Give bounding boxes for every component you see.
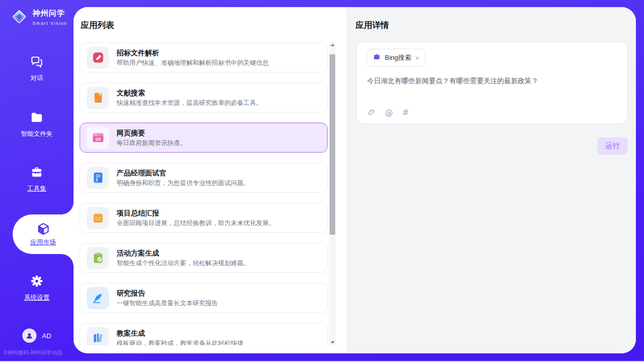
app-name: 研究报告 [117,289,218,297]
paperclip-icon[interactable] [367,108,376,117]
sidebar-item-smart-folders[interactable]: 智能文件夹 [0,111,74,138]
user-initials: AD [42,332,51,340]
app-list-title: 应用列表 [81,20,114,31]
quill-icon [87,287,109,309]
brand-subtitle: Smart Vision [32,21,67,26]
interview-icon [87,167,109,189]
user-row[interactable]: AD [0,329,74,343]
app-card-project-summary[interactable]: 项目总结汇报全面回顾项目进展，总结经验教训，助力未来优化发展。 [80,203,328,233]
app-description: 明确身份和职责，为您提供专业性的面试问题。 [117,180,250,187]
memo-icon [87,207,109,229]
brand-name: 神州问学 [32,9,65,17]
app-detail-panel: 应用详情 Bing搜索 × 今日湖北有哪些新闻要点？有哪些需要关注的最新政策？ … [346,7,636,353]
app-card-event-plan[interactable]: 活动方案生成智能生成个性化活动方案，轻松解决规划难题。 [80,243,328,273]
sidebar-item-chat[interactable]: 对话 [0,55,74,83]
sidebar-item-label: 对话 [0,74,74,83]
sidebar: 神州问学 Smart Vision 对话智能文件夹工具集应用市场系统设置 AD … [0,0,74,362]
at-icon[interactable]: @ [385,108,393,117]
app-description: 快速精准查找学术资源，提高研究效率的必备工具。 [117,100,263,106]
app-description: 全面回顾项目进展，总结经验教训，助力未来优化发展。 [117,220,275,227]
hash-icon[interactable]: # [402,108,409,117]
scrollbar-thumb[interactable] [330,54,335,235]
toolbox-icon [30,165,44,179]
avatar[interactable] [22,329,37,343]
doc-edit-icon [87,47,109,69]
sidebar-item-label: 智能文件夹 [0,130,74,138]
prompt-toolbar: @ # [367,108,409,117]
app-description: 智能生成个性化活动方案，轻松解决规划难题。 [117,260,250,267]
briefcase-icon [373,53,381,63]
app-name: 产品经理面试官 [117,169,250,176]
app-card-literature-search[interactable]: 文献搜索快速精准查找学术资源，提高研究效率的必备工具。 [80,83,328,113]
sidebar-item-toolkit[interactable]: 工具集 [0,165,74,193]
sidebar-item-system-settings[interactable]: 系统设置 [0,274,74,302]
app-list: 招标文件解析帮助用户快速、准确地理解和解析招标书中的关键信息文献搜索快速精准查找… [80,43,328,345]
app-detail-title: 应用详情 [355,20,389,31]
brand-logo: 神州问学 Smart Vision [10,8,74,28]
app-description: 帮助用户快速、准确地理解和解析招标书中的关键信息 [117,60,269,66]
sidebar-item-label: 系统设置 [0,294,74,302]
sidebar-item-label: 工具集 [0,185,74,193]
app-card-web-summary[interactable]: 网页摘要每日政府新闻资讯快查。 [80,123,328,153]
app-name: 教案生成 [117,330,243,337]
tool-chip-label: Bing搜索 [385,53,411,62]
app-description: 每日政府新闻资讯快查。 [117,140,187,147]
run-button[interactable]: 运行 [597,137,628,155]
app-card-lesson-plan[interactable]: 教案生成模板驱动，教案秒成，教学准备从此轻松快捷 [80,323,328,345]
scrollbar[interactable] [329,42,336,346]
gear-icon [30,274,44,288]
copyright-text: ©神州数码·神州问学出品 [4,349,74,356]
app-name: 活动方案生成 [117,249,250,257]
web-code-icon [87,127,109,149]
gem-logo-icon [10,8,28,28]
app-card-bid-analysis[interactable]: 招标文件解析帮助用户快速、准确地理解和解析招标书中的关键信息 [80,43,328,73]
main-content: 应用列表 招标文件解析帮助用户快速、准确地理解和解析招标书中的关键信息文献搜索快… [74,7,636,353]
app-name: 项目总结汇报 [117,209,275,216]
prompt-card: Bing搜索 × 今日湖北有哪些新闻要点？有哪些需要关注的最新政策？ @ # [356,42,628,124]
app-list-panel: 应用列表 招标文件解析帮助用户快速、准确地理解和解析招标书中的关键信息文献搜索快… [74,7,346,353]
sidebar-item-label: 应用市场 [30,238,56,247]
scroll-down-arrow-icon[interactable] [329,339,336,346]
prompt-input[interactable]: 今日湖北有哪些新闻要点？有哪些需要关注的最新政策？ [367,76,617,86]
book-icon [87,87,109,109]
scroll-up-arrow-icon[interactable] [329,42,336,48]
clipboard-check-icon [87,247,109,269]
tool-chip-bing-search[interactable]: Bing搜索 × [367,49,425,67]
chat-icon [30,55,44,68]
sidebar-item-app-market[interactable]: 应用市场 [13,214,74,254]
books-icon [87,327,109,346]
close-icon[interactable]: × [415,55,419,61]
app-description: 一键智能生成高质量长文本研究报告 [117,300,218,307]
cube-icon [37,222,50,236]
app-card-pm-interviewer[interactable]: 产品经理面试官明确身份和职责，为您提供专业性的面试问题。 [80,163,328,193]
app-description: 模板驱动，教案秒成，教学准备从此轻松快捷 [117,340,243,345]
app-card-research-report[interactable]: 研究报告一键智能生成高质量长文本研究报告 [80,283,328,313]
folder-icon [30,111,44,124]
app-name: 文献搜索 [117,89,263,96]
app-name: 网页摘要 [117,129,187,136]
app-name: 招标文件解析 [117,49,269,56]
